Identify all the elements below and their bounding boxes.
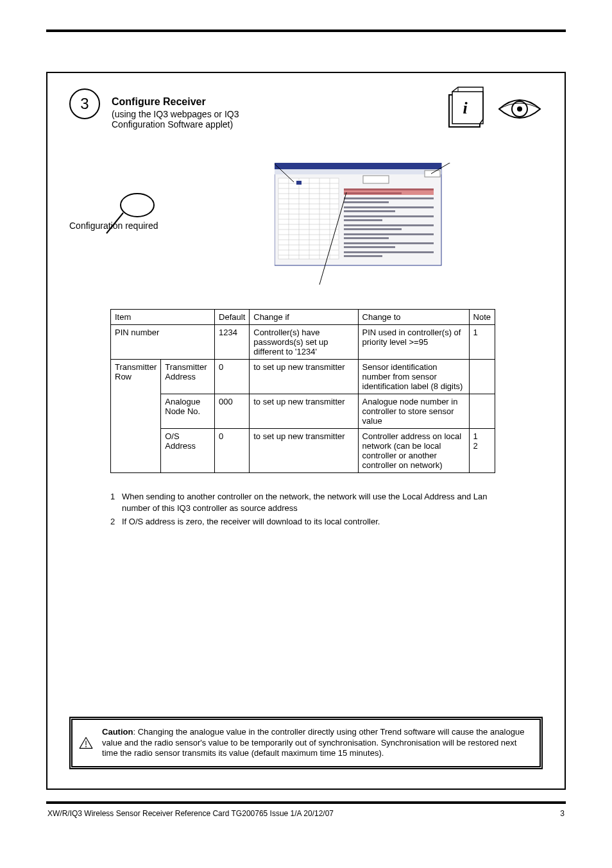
svg-rect-43 — [344, 228, 402, 230]
svg-point-4 — [517, 106, 522, 112]
cell-note: 1 2 — [469, 429, 495, 473]
warning-icon — [79, 726, 93, 760]
note-item: 1 When sending to another controller on … — [110, 491, 508, 513]
cell-change-to: PIN used in controller(s) of priority le… — [358, 325, 469, 360]
step-header: 3 Configure Receiver (using the IQ3 webp… — [69, 88, 543, 132]
cell-change-if: Controller(s) have passwords(s) set up d… — [250, 325, 358, 360]
svg-rect-49 — [344, 255, 382, 257]
cell-note: 1 — [469, 325, 495, 360]
cell-change-if: to set up new transmitter — [250, 360, 358, 394]
step-title: Configure Receiver — [112, 96, 251, 108]
footer: XW/R/IQ3 Wireless Sensor Receiver Refere… — [46, 809, 566, 818]
caution-text: Caution: Changing the analogue value in … — [102, 727, 529, 760]
svg-rect-36 — [344, 197, 434, 199]
cell-subitem: O/S Address — [161, 429, 215, 473]
svg-rect-45 — [344, 237, 389, 239]
cell-default: 000 — [215, 394, 250, 429]
table-row: O/S Address 0 to set up new transmitter … — [111, 429, 495, 473]
svg-rect-37 — [344, 201, 389, 203]
svg-rect-39 — [344, 210, 395, 212]
config-title: Configuration required — [69, 221, 268, 231]
svg-rect-9 — [275, 169, 441, 174]
svg-rect-41 — [344, 219, 382, 221]
th-note: Note — [469, 310, 495, 325]
svg-rect-10 — [425, 171, 440, 177]
config-left: Configuration required — [69, 163, 268, 242]
th-change-to: Change to — [358, 310, 469, 325]
caution-box: Caution: Changing the analogue value in … — [69, 717, 543, 769]
cell-default: 0 — [215, 360, 250, 394]
step-body: Configure Receiver (using the IQ3 webpag… — [112, 88, 251, 129]
main-box: 3 Configure Receiver (using the IQ3 webp… — [46, 72, 566, 790]
cell-change-to: Analogue node number in controller to st… — [358, 394, 469, 429]
svg-line-6 — [106, 213, 123, 233]
th-default: Default — [215, 310, 250, 325]
eye-icon — [497, 86, 543, 132]
svg-text:i: i — [463, 99, 468, 117]
note-number: 2 — [110, 516, 122, 528]
config-table: Item Default Change if Change to Note PI… — [110, 309, 495, 473]
footer-rule — [46, 801, 566, 804]
th-change-if: Change if — [250, 310, 358, 325]
svg-point-5 — [121, 194, 154, 217]
svg-rect-48 — [344, 251, 434, 253]
cell-default: 1234 — [215, 325, 250, 360]
top-rule — [46, 29, 566, 32]
svg-rect-38 — [344, 206, 434, 208]
step-subtitle: (using the IQ3 webpages or IQ3 Configura… — [112, 109, 251, 129]
reference-icons: i — [444, 86, 543, 132]
table-header-row: Item Default Change if Change to Note — [111, 310, 495, 325]
th-item: Item — [111, 310, 215, 325]
cell-subitem: Analogue Node No. — [161, 394, 215, 429]
cell-change-if: to set up new transmitter — [250, 429, 358, 473]
svg-rect-42 — [344, 224, 434, 226]
svg-rect-50 — [344, 188, 434, 195]
svg-rect-11 — [363, 176, 389, 183]
cell-item: Transmitter Row — [111, 360, 161, 473]
screenshot-thumbnail — [275, 163, 454, 291]
cell-default: 0 — [215, 429, 250, 473]
table-row: Analogue Node No. 000 to set up new tran… — [111, 394, 495, 429]
svg-rect-44 — [344, 233, 434, 235]
config-right — [275, 163, 454, 294]
step-number-circle: 3 — [69, 88, 100, 119]
caution-head: Caution — [102, 727, 133, 737]
footer-right: 3 — [560, 809, 565, 818]
cell-item: PIN number — [111, 325, 215, 360]
svg-point-55 — [85, 746, 87, 747]
page: 3 Configure Receiver (using the IQ3 webp… — [0, 0, 612, 868]
cell-subitem: Transmitter Address — [161, 360, 215, 394]
footer-left: XW/R/IQ3 Wireless Sensor Receiver Refere… — [47, 809, 334, 818]
svg-rect-8 — [275, 163, 441, 169]
table-row: Transmitter Row Transmitter Address 0 to… — [111, 360, 495, 394]
cell-change-to: Sensor identification number from sensor… — [358, 360, 469, 394]
note-text: When sending to another controller on th… — [122, 491, 508, 513]
svg-rect-47 — [344, 246, 395, 248]
cell-note — [469, 360, 495, 394]
step-number: 3 — [80, 95, 89, 113]
magnifier-icon — [104, 188, 159, 240]
svg-rect-1 — [452, 92, 483, 124]
caution-body: Changing the analogue value in the contr… — [102, 727, 524, 758]
notes: 1 When sending to another controller on … — [110, 491, 508, 528]
note-number: 1 — [110, 491, 122, 513]
svg-rect-46 — [344, 242, 434, 244]
note-item: 2 If O/S address is zero, the receiver w… — [110, 516, 508, 528]
note-text: If O/S address is zero, the receiver wil… — [122, 516, 380, 528]
config-table-wrap: Item Default Change if Change to Note PI… — [110, 309, 495, 473]
cell-note — [469, 394, 495, 429]
cell-change-if: to set up new transmitter — [250, 394, 358, 429]
config-row: Configuration required — [69, 163, 543, 294]
manual-icon: i — [444, 86, 485, 132]
cell-change-to: Controller address on local network (can… — [358, 429, 469, 473]
svg-rect-33 — [296, 181, 302, 185]
table-row: PIN number 1234 Controller(s) have passw… — [111, 325, 495, 360]
svg-rect-40 — [344, 215, 434, 217]
